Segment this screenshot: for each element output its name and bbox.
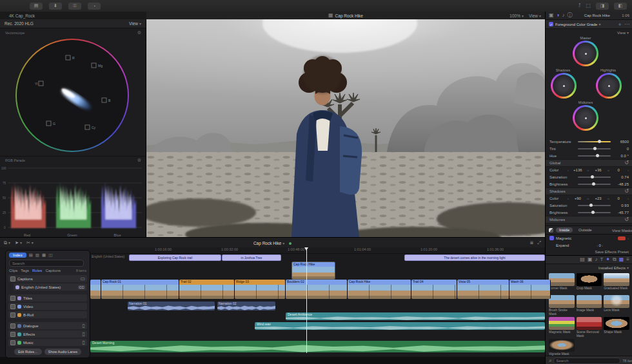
reset-icon[interactable]: ↺: [624, 189, 629, 194]
zoom-fit-icon[interactable]: ⤢: [537, 240, 541, 245]
reset-icon[interactable]: ↺: [624, 217, 629, 222]
browser-clip-name[interactable]: 4K Cap_Rock: [9, 14, 35, 18]
global-color-x[interactable]: +136: [569, 168, 587, 172]
playhead[interactable]: [306, 247, 307, 353]
timeline-clip[interactable]: Cap Rock Hike: [348, 280, 411, 299]
view-menu[interactable]: View▾: [529, 14, 541, 18]
timeline-clip[interactable]: Trail 02: [179, 280, 235, 299]
effect-item[interactable]: Crop Mask: [577, 273, 602, 293]
titles-browser-icon[interactable]: T: [600, 257, 603, 262]
tab-tags[interactable]: Tags: [21, 269, 29, 273]
audio-clip[interactable]: Narration 01: [128, 302, 215, 311]
role-row[interactable]: Dialogue▯: [8, 322, 87, 329]
lane-icon[interactable]: ▦: [42, 253, 46, 258]
timeline-clip[interactable]: Cap Rock 01: [101, 280, 179, 299]
lane-icon[interactable]: ▤: [29, 253, 33, 258]
effect-item[interactable]: Graduated Mask: [604, 273, 629, 293]
index-button[interactable]: Index: [9, 253, 26, 258]
midtones-wheel[interactable]: [573, 105, 598, 131]
music-clip[interactable]: Desert Morning: [90, 341, 545, 352]
connected-clip[interactable]: Cap Rock Hike: [291, 262, 335, 280]
role-row[interactable]: English (United States)CC: [14, 283, 87, 291]
role-checkbox[interactable]: [10, 312, 15, 318]
gear-icon[interactable]: ⚙: [137, 158, 141, 163]
overflow-icon[interactable]: ≡: [626, 257, 629, 262]
lane-icon[interactable]: ▥: [35, 253, 39, 258]
wheels-view-menu[interactable]: View▾: [617, 30, 629, 35]
scope-view-menu[interactable]: View▾: [129, 21, 141, 26]
index-search-input[interactable]: [9, 260, 84, 267]
extensions-icon[interactable]: ⬚: [586, 3, 591, 10]
temperature-value[interactable]: 6500: [613, 140, 629, 144]
hue-value[interactable]: 0.0 °: [613, 154, 629, 158]
audio-lane-icon[interactable]: ▯: [83, 332, 85, 337]
browser-toggle-icon[interactable]: ◨: [596, 3, 609, 10]
role-checkbox[interactable]: [10, 276, 15, 282]
tab-clips[interactable]: Clips: [9, 269, 17, 273]
role-row[interactable]: Captions▭: [8, 275, 87, 282]
video-inspector-icon[interactable]: ▣: [549, 13, 554, 18]
audio-lane-icon[interactable]: ▯: [83, 340, 85, 345]
chevron-right-icon[interactable]: ›: [627, 236, 629, 240]
timeline-clip[interactable]: Boulders 02: [286, 280, 348, 299]
caption-clip[interactable]: in Joshua Tree: [222, 254, 281, 261]
photos-browser-icon[interactable]: ▣: [588, 257, 593, 262]
correction-selector[interactable]: Foreground Color Grade▾: [555, 22, 615, 26]
sidebar-icon[interactable]: ▤: [30, 3, 43, 10]
role-row[interactable]: Effects▯: [8, 330, 87, 338]
role-checkbox[interactable]: [10, 304, 15, 309]
gear-icon[interactable]: ⚙: [137, 30, 141, 35]
role-row[interactable]: Music▯: [8, 339, 87, 346]
tint-value[interactable]: 0: [613, 147, 629, 151]
role-row[interactable]: Titles: [8, 294, 87, 302]
effect-item[interactable]: Lens Mask: [604, 295, 629, 315]
edit-roles-button[interactable]: Edit Roles…: [14, 349, 42, 355]
effect-item[interactable]: Scene Removal Mask: [577, 317, 602, 337]
role-checkbox[interactable]: [10, 323, 15, 329]
overflow-icon[interactable]: ⋯: [624, 22, 629, 27]
media-import-icon[interactable]: ⬇: [49, 3, 62, 10]
project-title[interactable]: Cap Rock Hike▾: [253, 241, 284, 245]
share-icon[interactable]: ⤴: [578, 3, 580, 10]
shadows-saturation-slider[interactable]: [578, 205, 611, 206]
highlights-wheel[interactable]: [596, 73, 622, 99]
show-audio-lanes-button[interactable]: Show Audio Lanes: [44, 349, 82, 355]
effect-item[interactable]: Magnetic Mask: [549, 317, 575, 337]
installed-effects-menu[interactable]: Installed Effects▾: [598, 265, 629, 270]
sound-browser-icon[interactable]: ♪: [595, 257, 597, 262]
global-brightness-slider[interactable]: [578, 184, 611, 185]
background-tasks-icon[interactable]: ◔: [88, 3, 101, 10]
add-correction-icon[interactable]: ＋: [617, 22, 622, 27]
tab-captions[interactable]: Captions: [45, 269, 61, 273]
effects-browser-icon[interactable]: ✦: [606, 257, 610, 262]
timeline-clip[interactable]: Vista 05: [457, 280, 509, 299]
tab-roles[interactable]: Roles: [32, 269, 42, 273]
audio-clip[interactable]: Narration 02: [217, 302, 275, 311]
effect-item[interactable]: Corner Mask: [549, 273, 575, 293]
timeline-clip[interactable]: [90, 280, 101, 299]
timeline-clip[interactable]: Trail 04: [411, 280, 457, 299]
lane-icon[interactable]: ◫: [48, 253, 52, 258]
media-browser-icon[interactable]: ▤: [580, 257, 585, 262]
expand-stepper[interactable]: ‹ 0 ›: [597, 244, 602, 247]
temperature-slider[interactable]: [578, 141, 611, 142]
effects-search-input[interactable]: [553, 358, 620, 364]
generators-browser-icon[interactable]: ▦: [619, 257, 624, 262]
ambience-clip[interactable]: Wind.wav: [255, 322, 545, 330]
caption-clip[interactable]: The desert comes alive in the morning li…: [404, 254, 545, 261]
role-checkbox[interactable]: [10, 340, 15, 345]
hue-slider[interactable]: [578, 155, 611, 157]
role-row[interactable]: Video: [8, 303, 87, 310]
master-wheel[interactable]: [573, 41, 598, 66]
effect-item[interactable]: Brush Stroke Mask: [549, 295, 575, 315]
info-inspector-icon[interactable]: ⓘ: [567, 13, 572, 18]
effect-item[interactable]: Image Mask: [577, 295, 602, 315]
global-color-z[interactable]: 0: [609, 168, 627, 172]
effect-item[interactable]: Shape Mask: [604, 317, 629, 337]
shadows-wheel[interactable]: [551, 73, 577, 99]
caption-clip[interactable]: Exploring Cap Rock trail: [129, 254, 221, 261]
role-checkbox[interactable]: [10, 332, 15, 337]
outside-mask-button[interactable]: Outside: [575, 227, 595, 233]
global-color-y[interactable]: +36: [589, 168, 607, 172]
ambience-clip[interactable]: Desert Ambience: [286, 312, 545, 320]
